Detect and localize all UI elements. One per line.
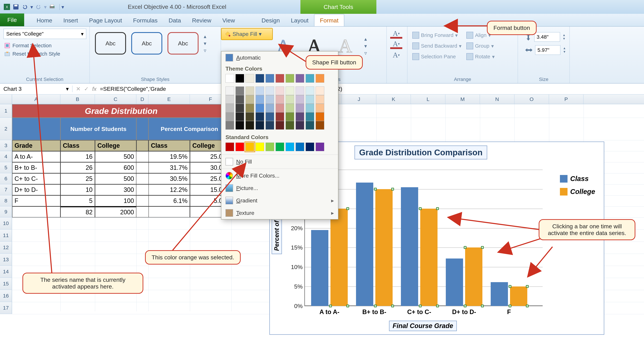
cell-grade[interactable]: A to A- xyxy=(12,151,60,162)
standard-color-swatch[interactable] xyxy=(276,143,284,151)
theme-shade-swatch[interactable] xyxy=(296,95,304,104)
row-header-16[interactable]: 16 xyxy=(0,290,12,302)
theme-shade-swatch[interactable] xyxy=(286,86,294,95)
theme-shade-swatch[interactable] xyxy=(316,95,324,104)
theme-shade-swatch[interactable] xyxy=(316,121,324,130)
standard-color-swatch[interactable] xyxy=(296,143,304,151)
theme-shade-swatch[interactable] xyxy=(266,95,274,104)
theme-color-swatch[interactable] xyxy=(266,74,274,83)
row-header-5[interactable]: 5 xyxy=(0,162,12,173)
row-header-11[interactable]: 11 xyxy=(0,230,12,242)
excel-icon[interactable]: X xyxy=(4,3,10,10)
chart-element-dropdown[interactable]: Series "College" ▾ xyxy=(4,29,86,39)
theme-shade-swatch[interactable] xyxy=(306,86,314,95)
bar-college[interactable] xyxy=(330,209,348,306)
tab-data[interactable]: Data xyxy=(163,14,186,26)
gallery-more-icon[interactable]: ▿ xyxy=(364,50,367,56)
qat-customize-icon[interactable]: ▾ xyxy=(60,4,66,10)
theme-shade-swatch[interactable] xyxy=(256,121,264,130)
theme-shade-swatch[interactable] xyxy=(276,95,284,104)
file-tab[interactable]: File xyxy=(0,13,24,26)
theme-shade-swatch[interactable] xyxy=(266,104,274,112)
theme-shade-swatch[interactable] xyxy=(266,86,274,95)
gallery-down-icon[interactable]: ▾ xyxy=(204,40,206,46)
standard-color-swatch[interactable] xyxy=(226,143,234,151)
send-backward-button[interactable]: Send Backward ▾ xyxy=(411,42,463,50)
tab-insert[interactable]: Insert xyxy=(58,14,84,26)
rotate-button[interactable]: Rotate ▾ xyxy=(465,52,496,61)
spinner-down-icon[interactable]: ▼ xyxy=(562,37,566,40)
tab-home[interactable]: Home xyxy=(31,14,58,26)
selection-pane-button[interactable]: Selection Pane xyxy=(411,52,463,61)
theme-color-swatch[interactable] xyxy=(246,74,254,83)
theme-shade-swatch[interactable] xyxy=(236,121,244,130)
gallery-up-icon[interactable]: ▴ xyxy=(204,33,206,39)
row-header-17[interactable]: 17 xyxy=(0,302,12,314)
cell-class-p[interactable]: 19.5% xyxy=(148,151,190,162)
gallery-up-icon[interactable]: ▴ xyxy=(364,36,367,42)
shape-style-3[interactable]: Abc xyxy=(168,32,198,54)
theme-shade-swatch[interactable] xyxy=(276,86,284,95)
theme-shade-swatch[interactable] xyxy=(306,112,314,121)
theme-shade-swatch[interactable] xyxy=(226,95,234,104)
tab-view[interactable]: View xyxy=(217,14,240,26)
col-header-A[interactable]: A xyxy=(12,95,60,104)
cell-class-p[interactable]: 30.5% xyxy=(148,173,190,184)
name-box[interactable]: Chart 3 ▾ xyxy=(0,86,72,92)
theme-color-swatch[interactable] xyxy=(286,74,294,83)
cancel-icon[interactable]: ✕ xyxy=(76,86,81,92)
text-effects-button[interactable]: A ▾ xyxy=(390,51,402,59)
theme-shade-swatch[interactable] xyxy=(236,112,244,121)
cell-class-n[interactable]: 26 xyxy=(60,162,95,173)
tab-layout[interactable]: Layout xyxy=(286,14,314,26)
cell-college-n[interactable]: 500 xyxy=(95,151,136,162)
theme-color-swatch[interactable] xyxy=(276,74,284,83)
bring-forward-button[interactable]: Bring Forward ▾ xyxy=(411,31,463,39)
enter-icon[interactable]: ✓ xyxy=(84,86,89,92)
theme-color-swatch[interactable] xyxy=(236,74,244,83)
row-header-15[interactable]: 15 xyxy=(0,278,12,290)
gallery-more-icon[interactable]: ▿ xyxy=(204,47,206,53)
bar-class[interactable] xyxy=(446,259,463,306)
col-header-K[interactable]: K xyxy=(376,95,411,104)
theme-color-swatch[interactable] xyxy=(306,74,314,83)
theme-shade-swatch[interactable] xyxy=(306,121,314,130)
text-fill-button[interactable]: A ▾ xyxy=(390,30,402,39)
col-header-O[interactable]: O xyxy=(514,95,549,104)
theme-shade-swatch[interactable] xyxy=(276,112,284,121)
theme-shade-swatch[interactable] xyxy=(226,104,234,112)
theme-color-swatch[interactable] xyxy=(316,74,324,83)
cell-grade[interactable]: F xyxy=(12,195,60,206)
cell-college-n[interactable]: 300 xyxy=(95,184,136,195)
theme-shade-swatch[interactable] xyxy=(266,121,274,130)
theme-shade-swatch[interactable] xyxy=(316,86,324,95)
cell-grade[interactable]: D+ to D- xyxy=(12,184,60,195)
chart-title[interactable]: Grade Distribution Comparison xyxy=(354,145,487,159)
tab-review[interactable]: Review xyxy=(186,14,217,26)
standard-color-swatch[interactable] xyxy=(266,143,274,151)
theme-shade-swatch[interactable] xyxy=(286,112,294,121)
theme-shade-swatch[interactable] xyxy=(256,112,264,121)
spinner-down-icon[interactable]: ▼ xyxy=(563,50,566,54)
theme-shade-swatch[interactable] xyxy=(296,86,304,95)
row-header-3[interactable]: 3 xyxy=(0,140,12,151)
redo-icon[interactable] xyxy=(35,3,42,10)
row-header-10[interactable]: 10 xyxy=(0,217,12,230)
standard-color-swatch[interactable] xyxy=(306,143,314,151)
bar-college[interactable] xyxy=(465,248,482,306)
row-header-6[interactable]: 6 xyxy=(0,173,12,184)
standard-color-swatch[interactable] xyxy=(236,143,244,151)
tab-page-layout[interactable]: Page Layout xyxy=(84,14,128,26)
row-header-2[interactable]: 2 xyxy=(0,118,12,140)
row-header-4[interactable]: 4 xyxy=(0,151,12,162)
theme-shade-swatch[interactable] xyxy=(276,121,284,130)
theme-shade-swatch[interactable] xyxy=(296,121,304,130)
shape-style-2[interactable]: Abc xyxy=(131,32,162,54)
col-header-M[interactable]: M xyxy=(446,95,480,104)
theme-shade-swatch[interactable] xyxy=(236,95,244,104)
theme-shade-swatch[interactable] xyxy=(246,121,254,130)
row-header-12[interactable]: 12 xyxy=(0,242,12,254)
plot-area[interactable]: 0%5%10%15%20%25%30%35% A to A-B+ to B-C+… xyxy=(304,170,543,306)
bar-college[interactable] xyxy=(375,189,392,306)
group-button[interactable]: Group ▾ xyxy=(465,42,496,50)
